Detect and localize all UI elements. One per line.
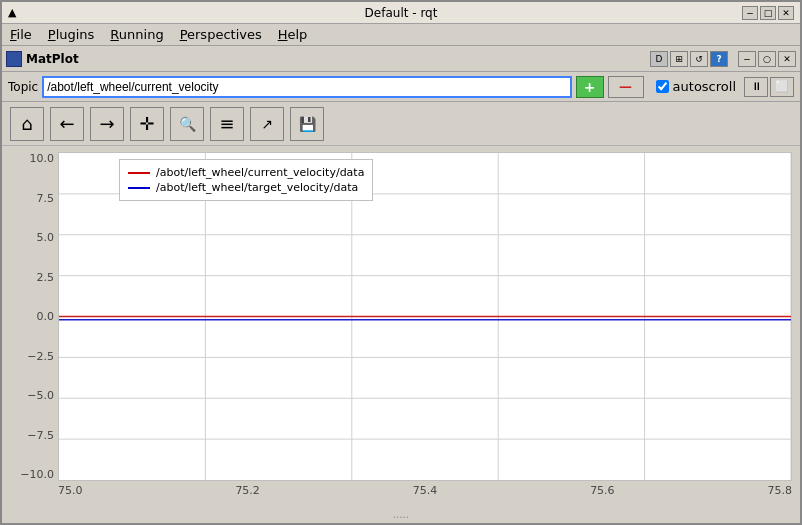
y-label-neg10: −10.0 <box>20 468 54 481</box>
legend-label-target: /abot/left_wheel/target_velocity/data <box>156 181 358 194</box>
zoom-button[interactable]: 🔍 <box>170 107 204 141</box>
main-content: 10.0 7.5 5.0 2.5 0.0 −2.5 −5.0 −7.5 −10.… <box>2 146 800 523</box>
window-controls: − □ ✕ <box>742 6 794 20</box>
legend-item-target: /abot/left_wheel/target_velocity/data <box>128 181 364 194</box>
menu-perspectives[interactable]: Perspectives <box>176 26 266 43</box>
x-axis: 75.0 75.2 75.4 75.6 75.8 <box>58 481 792 503</box>
topic-label: Topic <box>8 80 38 94</box>
window: ▲ Default - rqt − □ ✕ File Plugins Runni… <box>0 0 802 525</box>
topic-input[interactable] <box>42 76 571 98</box>
menu-help[interactable]: Help <box>274 26 312 43</box>
autoscroll-checkbox[interactable] <box>656 80 669 93</box>
y-label-2.5: 2.5 <box>37 271 55 284</box>
title-bar-icon: ▲ <box>8 6 16 19</box>
matplot-refresh-button[interactable]: ↺ <box>690 51 708 67</box>
autoscroll-label: autoscroll <box>673 79 736 94</box>
x-label-75.6: 75.6 <box>590 484 615 497</box>
y-label-neg5: −5.0 <box>27 389 54 402</box>
legend-line-red <box>128 172 150 174</box>
matplot-icon <box>6 51 22 67</box>
legend-label-current: /abot/left_wheel/current_velocity/data <box>156 166 364 179</box>
status-bar: ..... <box>2 507 800 523</box>
legend-line-blue <box>128 187 150 189</box>
matplot-d-button[interactable]: D <box>650 51 668 67</box>
x-label-75.8: 75.8 <box>768 484 793 497</box>
title-bar: ▲ Default - rqt − □ ✕ <box>2 2 800 24</box>
remove-topic-button[interactable]: — <box>608 76 644 98</box>
add-topic-button[interactable]: + <box>576 76 604 98</box>
y-label-neg7.5: −7.5 <box>27 429 54 442</box>
clear-button[interactable]: ⬜ <box>770 77 794 97</box>
save-button[interactable]: 💾 <box>290 107 324 141</box>
menu-file[interactable]: File <box>6 26 36 43</box>
window-title: Default - rqt <box>365 6 438 20</box>
matplot-help-button[interactable]: ? <box>710 51 728 67</box>
maximize-window-button[interactable]: □ <box>760 6 776 20</box>
forward-button[interactable]: → <box>90 107 124 141</box>
status-text: ..... <box>393 509 409 520</box>
matplot-grid-button[interactable]: ⊞ <box>670 51 688 67</box>
menu-running[interactable]: Running <box>106 26 167 43</box>
matplot-close-button[interactable]: ✕ <box>778 51 796 67</box>
matplot-minimize-button[interactable]: − <box>738 51 756 67</box>
y-label-7.5: 7.5 <box>37 192 55 205</box>
pan-button[interactable]: ✛ <box>130 107 164 141</box>
chart-legend: /abot/left_wheel/current_velocity/data /… <box>119 159 373 201</box>
minimize-window-button[interactable]: − <box>742 6 758 20</box>
x-label-75.0: 75.0 <box>58 484 83 497</box>
back-button[interactable]: ← <box>50 107 84 141</box>
y-label-10: 10.0 <box>30 152 55 165</box>
autoscroll-control: autoscroll <box>656 79 736 94</box>
y-label-0: 0.0 <box>37 310 55 323</box>
x-label-75.4: 75.4 <box>413 484 438 497</box>
y-label-neg2.5: −2.5 <box>27 350 54 363</box>
menu-bar: File Plugins Running Perspectives Help <box>2 24 800 46</box>
topic-bar: Topic + — autoscroll ⏸ ⬜ <box>2 72 800 102</box>
legend-item-current: /abot/left_wheel/current_velocity/data <box>128 166 364 179</box>
x-label-75.2: 75.2 <box>235 484 260 497</box>
pause-button[interactable]: ⏸ <box>744 77 768 97</box>
chart-svg <box>59 153 791 480</box>
y-axis: 10.0 7.5 5.0 2.5 0.0 −2.5 −5.0 −7.5 −10.… <box>10 152 58 481</box>
chart-wrapper: 10.0 7.5 5.0 2.5 0.0 −2.5 −5.0 −7.5 −10.… <box>10 152 792 503</box>
matplot-controls: D ⊞ ↺ ? − ○ ✕ <box>650 51 796 67</box>
home-button[interactable]: ⌂ <box>10 107 44 141</box>
matplot-label: MatPlot <box>26 52 79 66</box>
matplot-float-button[interactable]: ○ <box>758 51 776 67</box>
chart-inner[interactable]: /abot/left_wheel/current_velocity/data /… <box>58 152 792 481</box>
toolbar: ⌂ ← → ✛ 🔍 ≡ ↗ 💾 <box>2 102 800 146</box>
configure-button[interactable]: ≡ <box>210 107 244 141</box>
plot-style-button[interactable]: ↗ <box>250 107 284 141</box>
close-window-button[interactable]: ✕ <box>778 6 794 20</box>
matplot-bar: MatPlot D ⊞ ↺ ? − ○ ✕ <box>2 46 800 72</box>
y-label-5: 5.0 <box>37 231 55 244</box>
menu-plugins[interactable]: Plugins <box>44 26 99 43</box>
